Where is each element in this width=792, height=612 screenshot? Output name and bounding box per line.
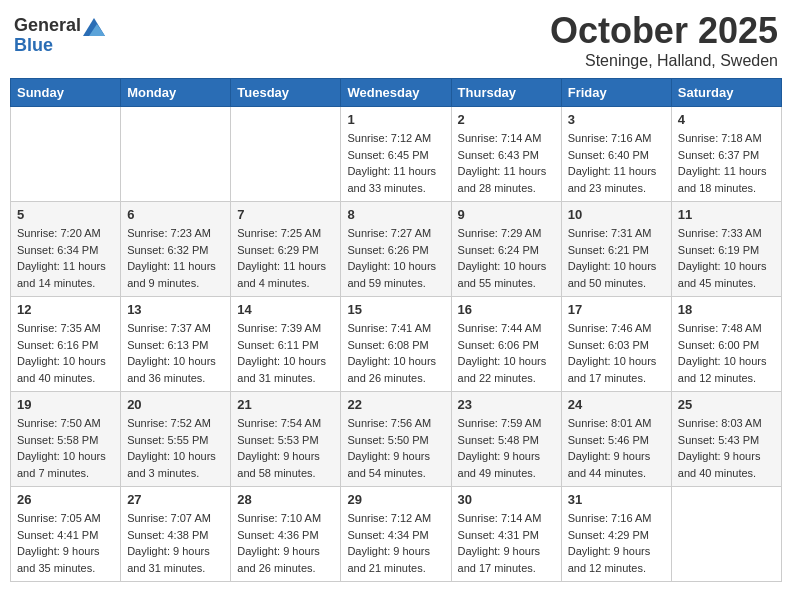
day-cell-4-7: 25Sunrise: 8:03 AMSunset: 5:43 PMDayligh… [671,392,781,487]
sunset-text: Sunset: 6:29 PM [237,244,318,256]
day-cell-2-7: 11Sunrise: 7:33 AMSunset: 6:19 PMDayligh… [671,202,781,297]
day-info: Sunrise: 7:16 AMSunset: 4:29 PMDaylight:… [568,510,665,576]
day-cell-1-1 [11,107,121,202]
sunset-text: Sunset: 5:58 PM [17,434,98,446]
sunset-text: Sunset: 6:24 PM [458,244,539,256]
sunrise-text: Sunrise: 7:50 AM [17,417,101,429]
sunrise-text: Sunrise: 7:20 AM [17,227,101,239]
day-info: Sunrise: 7:25 AMSunset: 6:29 PMDaylight:… [237,225,334,291]
daylight-text: Daylight: 10 hours and 40 minutes. [17,355,106,384]
day-cell-1-6: 3Sunrise: 7:16 AMSunset: 6:40 PMDaylight… [561,107,671,202]
day-number: 14 [237,302,334,317]
col-sunday: Sunday [11,79,121,107]
day-number: 26 [17,492,114,507]
sunset-text: Sunset: 6:34 PM [17,244,98,256]
day-number: 16 [458,302,555,317]
daylight-text: Daylight: 11 hours and 9 minutes. [127,260,216,289]
day-number: 18 [678,302,775,317]
sunset-text: Sunset: 5:55 PM [127,434,208,446]
sunrise-text: Sunrise: 7:27 AM [347,227,431,239]
col-friday: Friday [561,79,671,107]
logo-blue-text: Blue [14,36,105,56]
sunset-text: Sunset: 6:32 PM [127,244,208,256]
sunset-text: Sunset: 6:26 PM [347,244,428,256]
col-wednesday: Wednesday [341,79,451,107]
day-cell-3-6: 17Sunrise: 7:46 AMSunset: 6:03 PMDayligh… [561,297,671,392]
day-cell-5-4: 29Sunrise: 7:12 AMSunset: 4:34 PMDayligh… [341,487,451,582]
sunset-text: Sunset: 6:45 PM [347,149,428,161]
day-number: 8 [347,207,444,222]
sunrise-text: Sunrise: 7:54 AM [237,417,321,429]
sunrise-text: Sunrise: 7:29 AM [458,227,542,239]
daylight-text: Daylight: 9 hours and 49 minutes. [458,450,541,479]
daylight-text: Daylight: 9 hours and 17 minutes. [458,545,541,574]
sunset-text: Sunset: 6:00 PM [678,339,759,351]
day-number: 24 [568,397,665,412]
day-number: 19 [17,397,114,412]
sunset-text: Sunset: 5:53 PM [237,434,318,446]
day-cell-3-3: 14Sunrise: 7:39 AMSunset: 6:11 PMDayligh… [231,297,341,392]
sunrise-text: Sunrise: 7:05 AM [17,512,101,524]
daylight-text: Daylight: 10 hours and 12 minutes. [678,355,767,384]
sunset-text: Sunset: 6:40 PM [568,149,649,161]
day-info: Sunrise: 7:07 AMSunset: 4:38 PMDaylight:… [127,510,224,576]
day-cell-5-5: 30Sunrise: 7:14 AMSunset: 4:31 PMDayligh… [451,487,561,582]
daylight-text: Daylight: 11 hours and 28 minutes. [458,165,547,194]
day-info: Sunrise: 7:46 AMSunset: 6:03 PMDaylight:… [568,320,665,386]
col-tuesday: Tuesday [231,79,341,107]
day-info: Sunrise: 7:48 AMSunset: 6:00 PMDaylight:… [678,320,775,386]
day-info: Sunrise: 7:50 AMSunset: 5:58 PMDaylight:… [17,415,114,481]
col-saturday: Saturday [671,79,781,107]
day-info: Sunrise: 7:35 AMSunset: 6:16 PMDaylight:… [17,320,114,386]
sunrise-text: Sunrise: 7:59 AM [458,417,542,429]
sunrise-text: Sunrise: 7:44 AM [458,322,542,334]
sunset-text: Sunset: 6:11 PM [237,339,318,351]
day-number: 21 [237,397,334,412]
day-info: Sunrise: 7:54 AMSunset: 5:53 PMDaylight:… [237,415,334,481]
daylight-text: Daylight: 11 hours and 18 minutes. [678,165,767,194]
sunrise-text: Sunrise: 7:52 AM [127,417,211,429]
week-row-5: 26Sunrise: 7:05 AMSunset: 4:41 PMDayligh… [11,487,782,582]
day-info: Sunrise: 7:23 AMSunset: 6:32 PMDaylight:… [127,225,224,291]
daylight-text: Daylight: 10 hours and 7 minutes. [17,450,106,479]
day-cell-3-4: 15Sunrise: 7:41 AMSunset: 6:08 PMDayligh… [341,297,451,392]
day-cell-4-1: 19Sunrise: 7:50 AMSunset: 5:58 PMDayligh… [11,392,121,487]
day-number: 20 [127,397,224,412]
day-number: 15 [347,302,444,317]
day-info: Sunrise: 8:03 AMSunset: 5:43 PMDaylight:… [678,415,775,481]
sunrise-text: Sunrise: 7:56 AM [347,417,431,429]
daylight-text: Daylight: 11 hours and 14 minutes. [17,260,106,289]
daylight-text: Daylight: 10 hours and 50 minutes. [568,260,657,289]
daylight-text: Daylight: 10 hours and 59 minutes. [347,260,436,289]
day-number: 9 [458,207,555,222]
daylight-text: Daylight: 9 hours and 40 minutes. [678,450,761,479]
daylight-text: Daylight: 9 hours and 21 minutes. [347,545,430,574]
day-number: 22 [347,397,444,412]
sunset-text: Sunset: 6:43 PM [458,149,539,161]
month-title: October 2025 [550,10,778,52]
week-row-3: 12Sunrise: 7:35 AMSunset: 6:16 PMDayligh… [11,297,782,392]
day-number: 4 [678,112,775,127]
day-number: 27 [127,492,224,507]
sunrise-text: Sunrise: 7:48 AM [678,322,762,334]
day-cell-5-3: 28Sunrise: 7:10 AMSunset: 4:36 PMDayligh… [231,487,341,582]
sunset-text: Sunset: 6:21 PM [568,244,649,256]
sunrise-text: Sunrise: 7:25 AM [237,227,321,239]
daylight-text: Daylight: 9 hours and 31 minutes. [127,545,210,574]
calendar-table: Sunday Monday Tuesday Wednesday Thursday… [10,78,782,582]
day-cell-2-6: 10Sunrise: 7:31 AMSunset: 6:21 PMDayligh… [561,202,671,297]
sunrise-text: Sunrise: 7:12 AM [347,512,431,524]
day-number: 30 [458,492,555,507]
sunrise-text: Sunrise: 7:31 AM [568,227,652,239]
sunrise-text: Sunrise: 7:12 AM [347,132,431,144]
day-cell-2-4: 8Sunrise: 7:27 AMSunset: 6:26 PMDaylight… [341,202,451,297]
daylight-text: Daylight: 9 hours and 26 minutes. [237,545,320,574]
sunrise-text: Sunrise: 7:14 AM [458,132,542,144]
sunset-text: Sunset: 4:38 PM [127,529,208,541]
day-info: Sunrise: 7:33 AMSunset: 6:19 PMDaylight:… [678,225,775,291]
day-cell-3-5: 16Sunrise: 7:44 AMSunset: 6:06 PMDayligh… [451,297,561,392]
sunrise-text: Sunrise: 7:16 AM [568,132,652,144]
day-cell-4-6: 24Sunrise: 8:01 AMSunset: 5:46 PMDayligh… [561,392,671,487]
sunrise-text: Sunrise: 8:03 AM [678,417,762,429]
day-number: 5 [17,207,114,222]
